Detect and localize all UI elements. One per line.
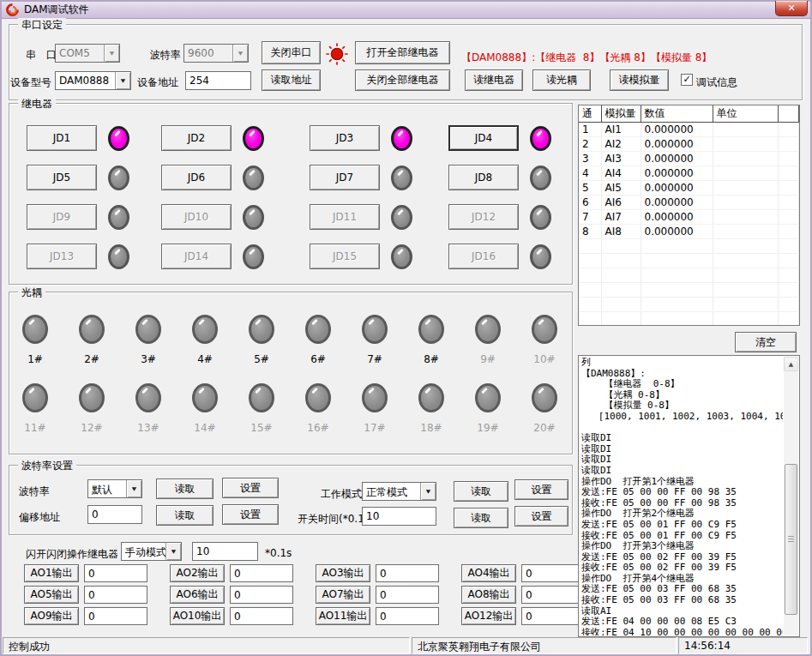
close-serial-button[interactable]: 关闭串口 bbox=[262, 41, 321, 64]
close-all-relays-button[interactable]: 关闭全部继电器 bbox=[355, 69, 450, 91]
analog-col-header: 模拟量 bbox=[601, 105, 641, 123]
work-mode-read-button[interactable]: 读取 bbox=[454, 481, 508, 502]
relay-button-jd8[interactable]: JD8 bbox=[448, 165, 519, 190]
ao-button-4[interactable]: AO4输出 bbox=[461, 564, 516, 582]
analog-table: 通模拟量数值单位 1AI10.0000002AI20.0000003AI30.0… bbox=[579, 105, 799, 326]
ao-button-7[interactable]: AO7输出 bbox=[316, 586, 370, 604]
ao-input-7[interactable] bbox=[376, 586, 439, 604]
ao-input-11[interactable] bbox=[376, 607, 439, 625]
analog-cell-empty bbox=[601, 298, 641, 312]
opto-led-off bbox=[475, 315, 501, 344]
relay-button-jd1[interactable]: JD1 bbox=[27, 125, 97, 151]
scrollbar-thumb[interactable] bbox=[785, 464, 797, 615]
device-model-select[interactable]: DAM0888 ▼ bbox=[55, 71, 131, 90]
switch-time-read-button[interactable]: 读取 bbox=[454, 508, 508, 528]
relay-cell-jd9: JD9 bbox=[27, 204, 129, 230]
opto-label: 20# bbox=[520, 422, 568, 434]
opto-cell-16#: 16# bbox=[294, 383, 342, 434]
ao-button-10[interactable]: AO10输出 bbox=[170, 607, 225, 625]
baud-set-button[interactable]: 设置 bbox=[222, 478, 279, 498]
ao-button-8[interactable]: AO8输出 bbox=[461, 586, 516, 604]
relay-button-jd6[interactable]: JD6 bbox=[161, 165, 232, 190]
ao-input-3[interactable] bbox=[376, 564, 439, 582]
debug-info-checkbox[interactable]: ✓ bbox=[681, 74, 693, 86]
relay-button-jd7[interactable]: JD7 bbox=[310, 165, 380, 190]
ao-input-6[interactable] bbox=[230, 586, 293, 604]
ao-input-1[interactable] bbox=[84, 564, 147, 582]
analog-cell: AI5 bbox=[601, 181, 641, 196]
read-analog-button[interactable]: 读模拟量 bbox=[610, 69, 669, 91]
analog-cell-empty bbox=[778, 254, 799, 268]
open-all-relays-button[interactable]: 打开全部继电器 bbox=[355, 41, 450, 64]
analog-col-header: 单位 bbox=[713, 105, 778, 123]
opto-group-title: 光耦 bbox=[18, 286, 45, 300]
analog-cell-empty bbox=[579, 268, 601, 283]
baud-rate-select[interactable]: 9600 ▼ bbox=[183, 44, 249, 63]
flash-time-input[interactable] bbox=[192, 542, 258, 561]
relay-button-jd13[interactable]: JD13 bbox=[27, 244, 97, 269]
work-mode-select[interactable]: 正常模式 ▼ bbox=[362, 482, 436, 501]
ao-input-5[interactable] bbox=[84, 586, 147, 604]
ao-input-9[interactable] bbox=[84, 607, 147, 625]
ao-button-1[interactable]: AO1输出 bbox=[24, 564, 79, 582]
work-mode-set-button[interactable]: 设置 bbox=[514, 479, 568, 500]
dropdown-button[interactable]: ▼ bbox=[420, 483, 436, 500]
analog-cell-empty bbox=[601, 283, 641, 298]
serial-port-label: 串 口 bbox=[26, 48, 57, 63]
offset-address-input[interactable] bbox=[87, 505, 142, 524]
ao-button-11[interactable]: AO11输出 bbox=[316, 607, 370, 625]
relay-button-jd10[interactable]: JD10 bbox=[161, 204, 232, 230]
relay-led-jd9-off bbox=[108, 205, 129, 230]
analog-cell bbox=[778, 166, 799, 181]
ao-button-5[interactable]: AO5输出 bbox=[24, 586, 79, 604]
baud-setting-select[interactable]: 默认 ▼ bbox=[87, 479, 142, 498]
ao-input-12[interactable] bbox=[521, 607, 585, 625]
offset-set-button[interactable]: 设置 bbox=[222, 504, 279, 525]
device-address-input[interactable] bbox=[185, 71, 251, 90]
baud-read-button[interactable]: 读取 bbox=[156, 478, 214, 499]
ao-button-2[interactable]: AO2输出 bbox=[170, 564, 225, 582]
analog-cell bbox=[713, 210, 778, 225]
read-address-button[interactable]: 读取地址 bbox=[262, 69, 321, 91]
relay-button-jd4[interactable]: JD4 bbox=[448, 125, 519, 151]
ao-button-3[interactable]: AO3输出 bbox=[316, 564, 370, 582]
relay-button-jd14[interactable]: JD14 bbox=[161, 244, 232, 269]
switch-time-input[interactable] bbox=[362, 507, 436, 526]
ao-input-2[interactable] bbox=[230, 564, 293, 582]
ao-input-8[interactable] bbox=[521, 586, 585, 604]
analog-cell-empty bbox=[601, 254, 641, 268]
dropdown-button[interactable]: ▼ bbox=[104, 45, 119, 62]
relay-button-jd15[interactable]: JD15 bbox=[310, 244, 380, 269]
ao-button-9[interactable]: AO9输出 bbox=[24, 607, 79, 625]
scroll-up-icon[interactable]: ▲ bbox=[784, 357, 798, 371]
relay-button-jd16[interactable]: JD16 bbox=[448, 244, 519, 269]
log-scrollbar[interactable]: ▲ bbox=[784, 357, 798, 635]
analog-cell: 3 bbox=[579, 152, 601, 166]
relay-button-jd5[interactable]: JD5 bbox=[27, 165, 97, 190]
dropdown-button[interactable]: ▼ bbox=[165, 543, 181, 560]
serial-port-select[interactable]: COM5 ▼ bbox=[55, 44, 120, 63]
relay-button-jd2[interactable]: JD2 bbox=[161, 125, 232, 151]
read-opto-button[interactable]: 读光耦 bbox=[532, 69, 591, 91]
flash-mode-select[interactable]: 手动模式 ▼ bbox=[121, 542, 182, 561]
dropdown-button[interactable]: ▼ bbox=[115, 72, 130, 89]
ao-button-12[interactable]: AO12输出 bbox=[461, 607, 516, 625]
dropdown-button[interactable]: ▼ bbox=[232, 45, 248, 62]
relay-button-jd12[interactable]: JD12 bbox=[448, 204, 519, 230]
opto-cell-17#: 17# bbox=[351, 383, 399, 434]
ao-input-10[interactable] bbox=[230, 607, 293, 625]
relay-button-jd3[interactable]: JD3 bbox=[310, 125, 380, 151]
offset-read-button[interactable]: 读取 bbox=[156, 505, 214, 526]
ao-button-6[interactable]: AO6输出 bbox=[170, 586, 225, 604]
switch-time-set-button[interactable]: 设置 bbox=[514, 506, 568, 527]
relay-button-jd9[interactable]: JD9 bbox=[27, 204, 97, 230]
dropdown-button[interactable]: ▼ bbox=[126, 480, 141, 497]
relay-button-jd11[interactable]: JD11 bbox=[310, 204, 380, 230]
opto-label: 11# bbox=[11, 422, 59, 434]
opto-cell-3#: 3# bbox=[124, 315, 172, 365]
read-relay-button[interactable]: 读继电器 bbox=[465, 69, 523, 91]
analog-cell: AI4 bbox=[601, 166, 641, 181]
ao-input-4[interactable] bbox=[521, 564, 585, 582]
clear-log-button[interactable]: 清空 bbox=[735, 332, 797, 352]
close-button[interactable]: ✕ bbox=[775, 1, 808, 16]
